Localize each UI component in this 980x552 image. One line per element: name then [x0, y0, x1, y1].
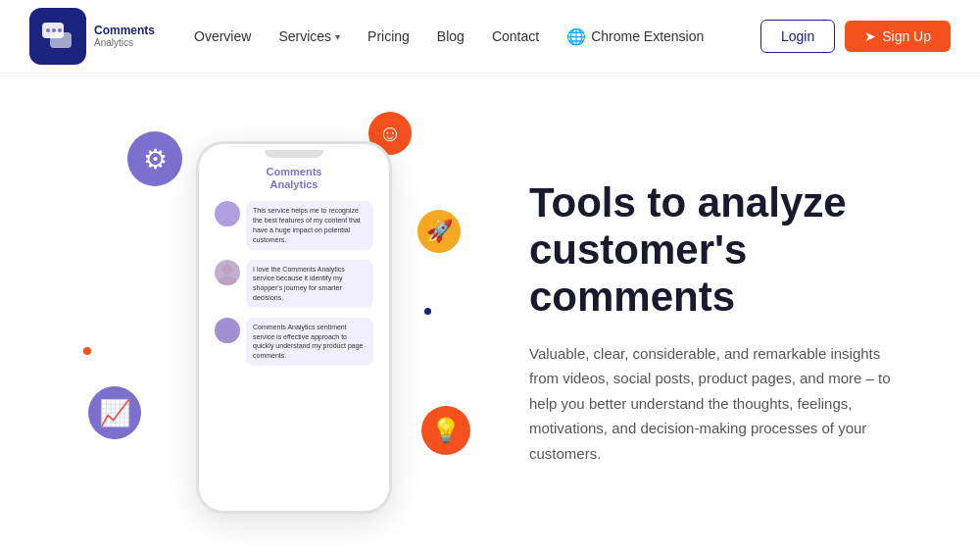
svg-point-7	[222, 265, 232, 275]
nav-chrome-extension[interactable]: 🌐 Chrome Extension	[566, 27, 704, 46]
chat-bubble-2: I love the Comments Analytics service be…	[246, 260, 373, 308]
svg-point-6	[219, 218, 236, 226]
navbar: Comments Analytics Overview Services ▾ P…	[0, 0, 980, 74]
svg-point-9	[222, 323, 232, 332]
nav-pricing[interactable]: Pricing	[368, 28, 410, 44]
gear-icon: ⚙	[127, 131, 182, 186]
chrome-icon: 🌐	[566, 27, 586, 46]
logo[interactable]: Comments Analytics	[29, 8, 155, 65]
avatar-1	[215, 201, 240, 226]
phone-notch	[265, 150, 323, 158]
dot-3	[424, 308, 431, 315]
logo-icon	[29, 8, 86, 65]
bulb-icon: 💡	[421, 406, 470, 455]
svg-point-8	[219, 276, 236, 285]
hero-text: Tools to analyze customer's comments Val…	[490, 179, 902, 466]
phone-mockup: Comments Analytics This service helps me…	[196, 141, 392, 514]
login-button[interactable]: Login	[760, 20, 835, 53]
hero-title: Tools to analyze customer's comments	[529, 179, 902, 322]
hero-description: Valuable, clear, considerable, and remar…	[529, 341, 902, 467]
hero-section: ⚙ ☺ 🚀 📈 💡 Comments Analytics	[0, 74, 980, 552]
svg-point-4	[58, 28, 62, 32]
logo-text: Comments Analytics	[94, 25, 155, 48]
signup-arrow-icon: ➤	[864, 28, 876, 44]
chat-item-1: This service helps me to recognize the b…	[215, 201, 373, 249]
nav-blog[interactable]: Blog	[437, 28, 465, 44]
chevron-down-icon: ▾	[335, 31, 340, 42]
nav-services[interactable]: Services ▾	[278, 28, 340, 44]
nav-actions: Login ➤ Sign Up	[760, 20, 951, 53]
chat-bubble-3: Comments Analytics sentiment service is …	[246, 318, 373, 366]
nav-overview[interactable]: Overview	[194, 28, 251, 44]
rocket-icon: 🚀	[417, 210, 461, 253]
chart-icon: 📈	[88, 386, 141, 439]
avatar-3	[215, 318, 240, 343]
hero-illustration: ⚙ ☺ 🚀 📈 💡 Comments Analytics	[78, 112, 490, 533]
svg-point-10	[219, 334, 236, 343]
svg-point-3	[52, 28, 56, 32]
chat-bubble-1: This service helps me to recognize the b…	[246, 201, 373, 249]
svg-point-2	[46, 28, 50, 32]
dot-2	[83, 347, 91, 355]
svg-rect-1	[50, 32, 72, 48]
chat-item-3: Comments Analytics sentiment service is …	[215, 318, 373, 366]
chat-item-2: I love the Comments Analytics service be…	[215, 260, 373, 308]
phone-header: Comments Analytics	[255, 158, 334, 195]
chat-bubbles: This service helps me to recognize the b…	[205, 195, 383, 372]
nav-contact[interactable]: Contact	[492, 28, 539, 44]
svg-point-5	[222, 206, 232, 216]
nav-links: Overview Services ▾ Pricing Blog Contact…	[194, 27, 741, 46]
signup-button[interactable]: ➤ Sign Up	[845, 21, 951, 52]
avatar-2	[215, 260, 240, 285]
